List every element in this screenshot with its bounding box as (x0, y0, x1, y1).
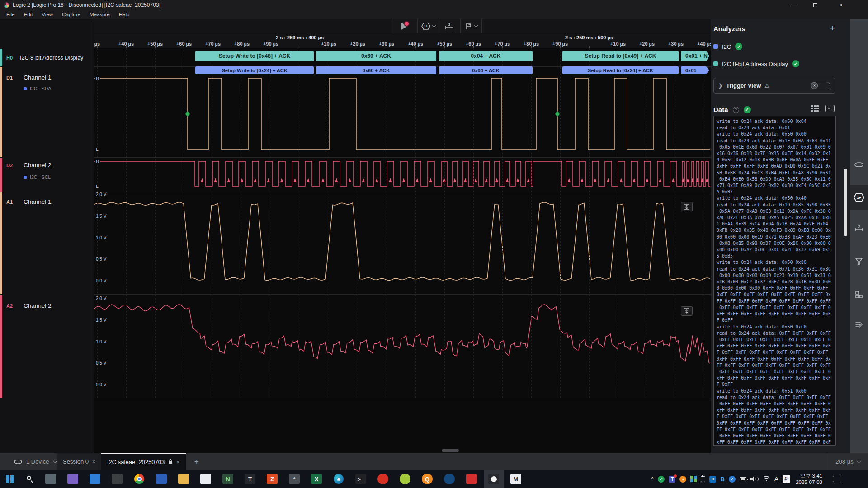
security-shield-tray-icon[interactable]: ✓ (729, 476, 736, 483)
rail-measurements-icon[interactable]: 3 (850, 216, 868, 240)
tab-close-icon[interactable]: × (92, 459, 95, 465)
waveform-area[interactable]: Setup Write to [0x48] + ACKSetup Write t… (94, 48, 711, 453)
minimize-button[interactable]: — (784, 0, 804, 10)
hidden-icons-caret[interactable]: ^ (651, 476, 654, 482)
outlook-tray-icon[interactable]: O (709, 476, 716, 483)
start-capture-button[interactable] (392, 19, 418, 33)
terminal-view-icon[interactable]: >_ (825, 105, 835, 112)
taskbar-clock[interactable]: 오후 3:41 2025-07-03 (796, 473, 822, 485)
i2c-start-marker[interactable] (556, 112, 560, 116)
search-tool-tray-icon[interactable]: ⌕ (679, 476, 686, 483)
channel-name[interactable]: Channel 2 (24, 162, 52, 169)
i2c-frame-bubble[interactable]: 0x04 + ACK (439, 66, 533, 74)
taskbar-app-9[interactable]: N (218, 470, 238, 488)
analyzer-row-2[interactable]: I2C 8-bit Address Display✓ (713, 60, 799, 67)
app-window-tray-icon[interactable] (690, 476, 697, 482)
menu-capture[interactable]: Capture (58, 11, 84, 18)
taskbar-app-12[interactable]: * (284, 470, 304, 488)
maximize-button[interactable] (805, 0, 825, 10)
session-tab-1[interactable]: Session 0× (57, 453, 102, 470)
rail-filter-icon[interactable] (850, 249, 868, 273)
data-scrollbar[interactable] (844, 169, 847, 236)
taskbar-app-15[interactable]: >_ (351, 470, 371, 488)
i2c-frame-bubble-8bit[interactable]: Setup Read to [0x49] + ACK (562, 51, 679, 61)
channel-name[interactable]: I2C 8-bit Address Display (20, 55, 83, 61)
volume-icon[interactable] (750, 476, 758, 482)
new-tab-button[interactable]: + (190, 453, 203, 470)
data-terminal-output[interactable]: write to 0x24 ack data: 0x60 0x04read to… (713, 116, 836, 446)
battery-icon[interactable] (740, 477, 746, 481)
close-button[interactable]: × (831, 0, 851, 10)
taskbar-app-14[interactable]: e (329, 470, 349, 488)
channel-analyzer-tag[interactable]: I2C - SDA (24, 86, 51, 91)
taskbar-app-5[interactable] (129, 470, 149, 488)
tab-close-icon[interactable]: × (176, 459, 179, 465)
channel-analyzer-tag[interactable]: I2C - SCL (24, 174, 51, 180)
start-button[interactable] (0, 470, 20, 488)
autoscale-button[interactable] (681, 202, 693, 211)
add-analyzer-button[interactable]: + (827, 23, 837, 33)
i2c-frame-bubble-8bit[interactable]: Setup Write to [0x48] + ACK (195, 51, 314, 61)
menu-view[interactable]: View (38, 11, 57, 18)
taskbar-search-button[interactable] (20, 470, 40, 488)
rail-extensions-icon[interactable] (850, 282, 868, 307)
rail-device-icon[interactable] (850, 152, 868, 177)
teams-tray-icon[interactable]: T (669, 476, 675, 483)
i2c-frame-bubble[interactable]: 0x60 + ACK (316, 66, 436, 74)
taskbar-app-2[interactable] (63, 470, 83, 488)
taskbar-app-1[interactable] (41, 470, 61, 488)
device-selector[interactable]: 1 Device (14, 453, 56, 470)
measurement-tool-button[interactable]: 3 (439, 19, 460, 33)
taskbar-app-4[interactable] (107, 470, 127, 488)
wifi-icon[interactable] (762, 476, 770, 482)
menu-file[interactable]: File (3, 11, 19, 18)
taskbar-app-20[interactable] (462, 470, 481, 488)
taskbar-app-18[interactable]: Q (417, 470, 437, 488)
language-indicator[interactable]: A (774, 475, 778, 483)
analyzer-row-1[interactable]: I2C✓ (713, 43, 742, 50)
taskbar-app-8[interactable] (196, 470, 216, 488)
annotations-dropdown[interactable] (461, 19, 481, 33)
time-range-selector[interactable]: 208 µs (827, 453, 868, 470)
taskbar-app-6[interactable] (151, 470, 171, 488)
taskbar-app-16[interactable] (373, 470, 393, 488)
i2c-frame-bubble[interactable]: 0x01 (681, 66, 709, 74)
table-view-icon[interactable] (811, 105, 819, 112)
menu-edit[interactable]: Edit (20, 11, 37, 18)
time-ruler[interactable]: µs+40 µs+50 µs+60 µs+70 µs+80 µs+90 µs+1… (94, 33, 711, 48)
taskbar-app-10[interactable]: T (240, 470, 260, 488)
channel-name[interactable]: Channel 1 (24, 74, 52, 81)
taskbar-app-11[interactable]: Z (262, 470, 282, 488)
help-icon[interactable]: ? (733, 107, 739, 113)
korean-ime-indicator[interactable]: 한 (783, 475, 790, 483)
taskbar-app-21[interactable] (484, 470, 504, 488)
i2c-frame-bubble[interactable]: Setup Read to [0x24] + ACK (562, 66, 679, 74)
menu-help[interactable]: Help (115, 11, 133, 18)
antivirus-tray-icon[interactable]: ✓ (658, 476, 665, 483)
menu-measure[interactable]: Measure (86, 11, 113, 18)
i2c-frame-bubble-8bit[interactable]: 0x01 + N (681, 51, 709, 61)
taskbar-app-7[interactable] (174, 470, 193, 488)
autoscale-button[interactable] (681, 306, 693, 316)
i2c-frame-bubble-8bit[interactable]: 0x04 + ACK (439, 51, 533, 61)
horizontal-scrollbar[interactable] (442, 449, 459, 452)
taskbar-app-13[interactable]: X (307, 470, 326, 488)
channel-name[interactable]: Channel 1 (24, 198, 52, 205)
i2c-frame-bubble[interactable]: Setup Write to [0x24] + ACK (195, 66, 314, 74)
i2c-start-marker[interactable] (186, 112, 190, 116)
taskbar-app-22[interactable]: M (506, 470, 526, 488)
rail-analyzer-frames-icon[interactable]: 1F (850, 185, 868, 210)
i2c-frame-bubble-8bit[interactable]: 0x60 + ACK (316, 51, 436, 61)
trigger-view-row[interactable]: ❯ Trigger View ⚠ × (713, 78, 835, 94)
rail-notes-icon[interactable] (850, 313, 868, 337)
channel-name[interactable]: Channel 2 (24, 302, 52, 309)
taskbar-app-19[interactable] (439, 470, 459, 488)
session-tab-2[interactable]: I2C saleae_20250703× (101, 453, 186, 470)
action-center-icon[interactable] (833, 476, 840, 482)
taskbar-app-17[interactable] (395, 470, 415, 488)
taskbar-app-3[interactable] (85, 470, 105, 488)
bluetooth-tray-icon[interactable]: B (720, 476, 724, 483)
trigger-view-toggle[interactable]: × (811, 82, 830, 89)
usb-tray-icon[interactable] (701, 476, 705, 482)
analyzer-frames-dropdown[interactable]: 1F (418, 19, 439, 33)
